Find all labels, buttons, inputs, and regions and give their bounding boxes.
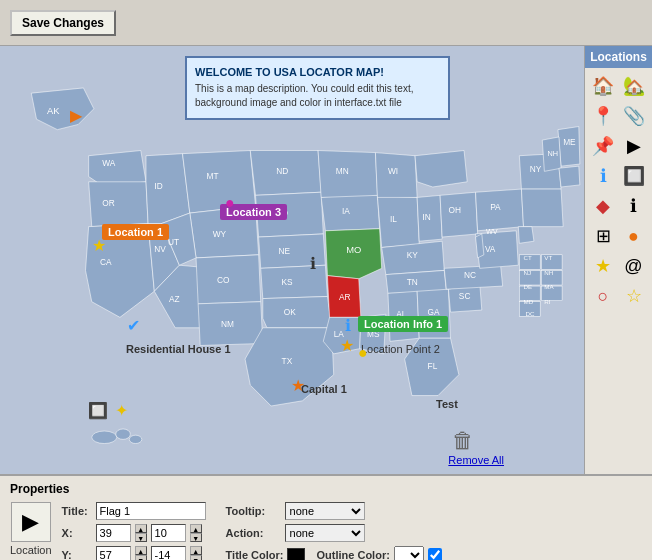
locpt2-icon[interactable]: ●: [358, 344, 368, 362]
y-field-label: Y:: [62, 549, 92, 560]
svg-text:PA: PA: [490, 202, 501, 212]
location-label-1[interactable]: Location 1: [102, 224, 169, 240]
svg-text:CO: CO: [217, 275, 230, 285]
svg-text:WV: WV: [486, 227, 498, 236]
loc3-icon[interactable]: ●: [225, 194, 235, 212]
loc-icon-info-blue[interactable]: ℹ: [589, 162, 617, 190]
y-dn[interactable]: ▼: [135, 555, 147, 560]
svg-text:MT: MT: [206, 171, 218, 181]
loc-icon-info[interactable]: ℹ: [620, 192, 648, 220]
y-offset-input[interactable]: [151, 546, 186, 560]
main-area: AK WA OR CA ID NV AZ MT WY CO NM UT ND S…: [0, 46, 652, 474]
locations-panel: Locations 🏠 🏡 📍 📎 📌 ▶ ℹ 🔲 ◆ ℹ ⊞ ● ★ @ ○ …: [584, 46, 652, 474]
svg-text:NY: NY: [530, 164, 542, 174]
loc-icon-info-box[interactable]: 🔲: [620, 162, 648, 190]
color-row: Title Color: Outline Color:: [226, 546, 442, 560]
loc-icon-circle-orange[interactable]: ●: [620, 222, 648, 250]
svg-text:WY: WY: [213, 229, 227, 239]
svg-text:RI: RI: [544, 298, 551, 305]
loc-icon-pin-red[interactable]: 📍: [589, 102, 617, 130]
info-icon[interactable]: ℹ: [310, 254, 316, 273]
outline-color-checkbox[interactable]: [428, 548, 442, 560]
capital-icon[interactable]: ★: [340, 336, 354, 355]
svg-text:DE: DE: [524, 283, 533, 290]
loc-icon-at[interactable]: @: [620, 252, 648, 280]
svg-text:WI: WI: [388, 166, 398, 176]
properties-panel: Properties ▶ Location Title: X: ▲ ▼: [0, 474, 652, 560]
svg-text:NJ: NJ: [524, 269, 532, 276]
loc-icon-house[interactable]: 🏡: [620, 72, 648, 100]
loc-icon-play[interactable]: ▶: [620, 132, 648, 160]
loc-icon-diamond[interactable]: ◆: [589, 192, 617, 220]
svg-text:UT: UT: [168, 237, 179, 247]
title-field-label: Title:: [62, 505, 92, 517]
xo-dn[interactable]: ▼: [190, 533, 202, 542]
location-label-residential[interactable]: Residential House 1: [120, 341, 237, 357]
title-input[interactable]: [96, 502, 206, 520]
location-icon-label: Location: [10, 544, 52, 556]
location-label-test[interactable]: Test: [430, 396, 464, 412]
title-color-box[interactable]: [287, 548, 305, 560]
trash-icon[interactable]: 🗑: [452, 428, 474, 454]
loc-icon-pin-yellow[interactable]: 📌: [589, 132, 617, 160]
alaska-icon[interactable]: ▶: [70, 106, 82, 125]
action-row: Action: none link zoom: [226, 524, 442, 542]
svg-text:IL: IL: [390, 214, 397, 224]
svg-text:TX: TX: [282, 356, 293, 366]
action-select[interactable]: none link zoom: [285, 524, 365, 542]
svg-text:CA: CA: [100, 257, 112, 267]
welcome-title: WELCOME TO USA LOCATOR MAP!: [195, 66, 440, 78]
svg-text:KY: KY: [407, 250, 419, 260]
svg-text:MN: MN: [336, 166, 349, 176]
loc-icon-grid[interactable]: ⊞: [589, 222, 617, 250]
location-preview-icon[interactable]: ▶: [11, 502, 51, 542]
loc-icon-star-outline[interactable]: ☆: [620, 282, 648, 310]
svg-text:VA: VA: [485, 244, 496, 254]
location-label-pt2[interactable]: Location Point 2: [355, 341, 446, 357]
y-spinner[interactable]: ▲ ▼: [135, 546, 147, 560]
loc-icon-paperclip[interactable]: 📎: [620, 102, 648, 130]
tooltip-select[interactable]: none hover click: [285, 502, 365, 520]
welcome-box: WELCOME TO USA LOCATOR MAP! This is a ma…: [185, 56, 450, 120]
outline-color-label: Outline Color:: [317, 549, 390, 560]
y-offset-spinner[interactable]: ▲ ▼: [190, 546, 202, 560]
x-spinner[interactable]: ▲ ▼: [135, 524, 147, 542]
hawaii-icon2[interactable]: ✦: [115, 401, 128, 420]
svg-text:NV: NV: [154, 244, 166, 254]
svg-text:NH: NH: [544, 269, 553, 276]
right-fields: Tooltip: none hover click Action: none l…: [226, 502, 442, 560]
x-input[interactable]: [96, 524, 131, 542]
y-up[interactable]: ▲: [135, 546, 147, 555]
yo-up[interactable]: ▲: [190, 546, 202, 555]
xo-up[interactable]: ▲: [190, 524, 202, 533]
x-offset-input[interactable]: [151, 524, 186, 542]
yo-dn[interactable]: ▼: [190, 555, 202, 560]
x-dn[interactable]: ▼: [135, 533, 147, 542]
locations-icons: 🏠 🏡 📍 📎 📌 ▶ ℹ 🔲 ◆ ℹ ⊞ ● ★ @ ○ ☆: [585, 68, 652, 314]
svg-text:AR: AR: [339, 292, 351, 302]
loc-icon-star[interactable]: ★: [589, 252, 617, 280]
svg-text:ID: ID: [154, 181, 162, 191]
save-button[interactable]: Save Changes: [10, 10, 116, 36]
svg-text:AZ: AZ: [169, 294, 180, 304]
hawaii-icon[interactable]: 🔲: [88, 401, 108, 420]
loc-info-marker[interactable]: ℹ: [345, 316, 351, 335]
x-offset-spinner[interactable]: ▲ ▼: [190, 524, 202, 542]
remove-all-link[interactable]: Remove All: [448, 454, 504, 466]
svg-text:MA: MA: [544, 283, 554, 290]
capital2-icon[interactable]: ★: [291, 376, 305, 395]
properties-fields: Title: X: ▲ ▼ ▲ ▼ Y: [62, 502, 642, 560]
outline-color-select[interactable]: [394, 546, 424, 560]
loc-icon-ring[interactable]: ○: [589, 282, 617, 310]
loc-icon-home[interactable]: 🏠: [589, 72, 617, 100]
x-up[interactable]: ▲: [135, 524, 147, 533]
wa-icon[interactable]: ★: [92, 236, 106, 255]
residential-icon[interactable]: ✔: [127, 316, 140, 335]
svg-point-2: [129, 435, 142, 443]
svg-text:ME: ME: [563, 137, 576, 147]
svg-point-0: [92, 431, 117, 444]
svg-text:IN: IN: [422, 212, 430, 222]
map-container: AK WA OR CA ID NV AZ MT WY CO NM UT ND S…: [0, 46, 584, 474]
y-input[interactable]: [96, 546, 131, 560]
location-label-info[interactable]: Location Info 1: [358, 316, 448, 332]
